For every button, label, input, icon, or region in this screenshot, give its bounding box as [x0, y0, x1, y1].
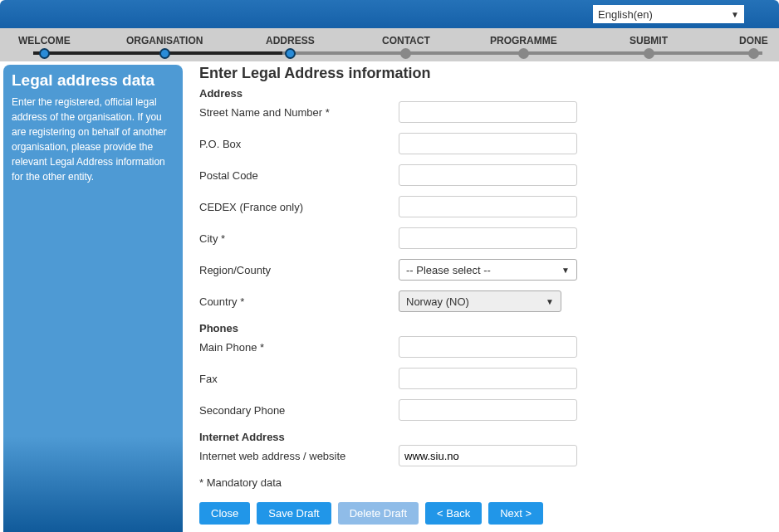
- pobox-input[interactable]: [399, 133, 577, 154]
- step-dot-icon: [39, 48, 50, 59]
- row-fax: Fax: [199, 368, 762, 389]
- row-country: Country * Norway (NO) ▼: [199, 290, 762, 312]
- main-phone-input[interactable]: [399, 336, 577, 358]
- section-address-heading: Address: [199, 87, 762, 100]
- row-region: Region/County -- Please select -- ▼: [199, 259, 762, 281]
- step-dot-icon: [748, 48, 759, 59]
- sidebar-text: Enter the registered, official legal add…: [12, 95, 174, 184]
- section-phones-heading: Phones: [199, 322, 762, 334]
- content: Legal address data Enter the registered,…: [0, 61, 779, 532]
- step-done: DONE: [739, 35, 768, 59]
- city-input[interactable]: [399, 227, 577, 249]
- step-dot-icon: [400, 48, 411, 59]
- language-select[interactable]: English(en) ▼: [593, 5, 744, 23]
- step-contact: CONTACT: [382, 35, 430, 59]
- secondary-phone-input[interactable]: [399, 399, 577, 421]
- page-title: Enter Legal Address information: [199, 65, 762, 82]
- language-selected: English(en): [598, 8, 653, 21]
- pobox-label: P.O. Box: [199, 138, 399, 150]
- step-dot-icon: [644, 48, 654, 59]
- row-cedex: CEDEX (France only): [199, 196, 762, 217]
- street-label: Street Name and Number *: [199, 106, 399, 119]
- step-label: WELCOME: [18, 35, 71, 46]
- row-city: City *: [199, 227, 762, 249]
- fax-label: Fax: [199, 373, 399, 385]
- row-postal: Postal Code: [199, 164, 762, 186]
- region-selected: -- Please select --: [406, 264, 491, 276]
- row-pobox: P.O. Box: [199, 133, 762, 154]
- progress-line-done: [33, 51, 282, 55]
- step-organisation: ORGANISATION: [126, 35, 203, 59]
- row-website: Internet web address / website: [199, 445, 762, 466]
- step-label: DONE: [739, 35, 768, 46]
- step-label: PROGRAMME: [490, 35, 557, 46]
- step-welcome: WELCOME: [18, 35, 71, 59]
- step-dot-icon: [518, 48, 529, 59]
- back-button[interactable]: < Back: [425, 502, 482, 525]
- step-label: ADDRESS: [266, 35, 315, 46]
- step-label: ORGANISATION: [126, 35, 203, 46]
- step-dot-icon: [159, 48, 170, 59]
- country-select[interactable]: Norway (NO) ▼: [399, 290, 561, 312]
- row-secondary-phone: Secondary Phone: [199, 399, 762, 421]
- row-main-phone: Main Phone *: [199, 336, 762, 358]
- country-label: Country *: [199, 295, 399, 308]
- secondary-phone-label: Secondary Phone: [199, 404, 399, 417]
- website-label: Internet web address / website: [199, 450, 399, 462]
- step-label: CONTACT: [382, 35, 430, 46]
- step-programme: PROGRAMME: [490, 35, 557, 59]
- fax-input[interactable]: [399, 368, 577, 389]
- step-submit: SUBMIT: [630, 35, 668, 59]
- step-dot-icon: [285, 48, 296, 59]
- step-address: ADDRESS: [266, 35, 315, 59]
- sidebar: Legal address data Enter the registered,…: [3, 65, 183, 532]
- cedex-input[interactable]: [399, 196, 577, 217]
- postal-input[interactable]: [399, 164, 577, 186]
- delete-draft-button[interactable]: Delete Draft: [338, 502, 419, 525]
- progress-bar: WELCOME ORGANISATION ADDRESS CONTACT PRO…: [0, 28, 779, 61]
- country-selected: Norway (NO): [406, 295, 469, 308]
- chevron-down-icon: ▼: [731, 10, 739, 19]
- close-button[interactable]: Close: [199, 502, 250, 525]
- button-row: Close Save Draft Delete Draft < Back Nex…: [199, 502, 762, 525]
- chevron-down-icon: ▼: [546, 297, 554, 306]
- postal-label: Postal Code: [199, 169, 399, 182]
- step-label: SUBMIT: [630, 35, 668, 46]
- next-button[interactable]: Next >: [488, 502, 543, 525]
- street-input[interactable]: [399, 101, 577, 123]
- region-label: Region/County: [199, 264, 399, 276]
- row-street: Street Name and Number *: [199, 101, 762, 123]
- main: Enter Legal Address information Address …: [199, 65, 779, 532]
- section-internet-heading: Internet Address: [199, 431, 762, 443]
- cedex-label: CEDEX (France only): [199, 201, 399, 213]
- main-phone-label: Main Phone *: [199, 341, 399, 354]
- region-select[interactable]: -- Please select -- ▼: [399, 259, 577, 281]
- save-draft-button[interactable]: Save Draft: [257, 502, 331, 525]
- sidebar-title: Legal address data: [12, 71, 174, 90]
- city-label: City *: [199, 232, 399, 245]
- top-bar: English(en) ▼: [0, 0, 779, 28]
- mandatory-note: * Mandatory data: [199, 476, 762, 489]
- website-input[interactable]: [399, 445, 577, 466]
- chevron-down-icon: ▼: [561, 266, 570, 275]
